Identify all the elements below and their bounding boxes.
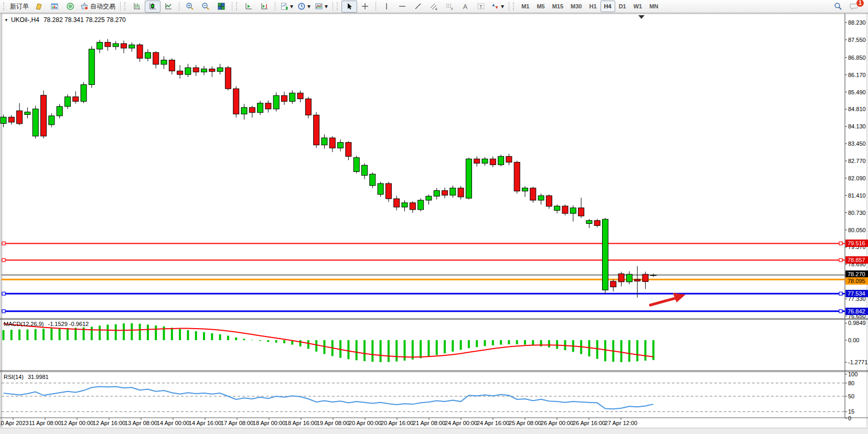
periods-button[interactable]: ▾: [295, 1, 313, 13]
toolbar-grip: [337, 2, 339, 10]
chart-symbol-period: UKOil-,H4: [11, 16, 39, 24]
arrow-annotation-head: [673, 293, 685, 302]
fibonacci-button[interactable]: F: [442, 1, 457, 13]
trendline-button[interactable]: [410, 1, 426, 13]
new-order-button[interactable]: 新订单: [8, 1, 31, 13]
candlestick: [145, 52, 151, 58]
toolbar-grip: [236, 2, 239, 10]
time-axis-label: 24 Apr 16:00: [477, 420, 509, 426]
timeframe-button-w1[interactable]: W1: [630, 1, 646, 12]
timeframe-button-m15[interactable]: M15: [549, 1, 567, 12]
candlestick: [458, 188, 464, 197]
auto-trading-button[interactable]: 自动交易: [78, 1, 117, 13]
candlestick: [201, 69, 207, 72]
line-handle[interactable]: [839, 258, 842, 262]
candlestick: [402, 203, 408, 207]
bar-chart-icon: [133, 2, 141, 10]
price-line-badge: 78.095: [845, 277, 868, 285]
price-axis-tick: 86.170: [848, 72, 866, 78]
candlestick: [225, 68, 231, 89]
candlestick: [185, 68, 191, 74]
line-handle[interactable]: [2, 258, 5, 262]
indicators-button[interactable]: ▾: [278, 1, 295, 13]
line-chart-mode-button[interactable]: [160, 1, 176, 13]
tile-windows-button[interactable]: [213, 1, 229, 13]
timeframe-button-d1[interactable]: D1: [615, 1, 630, 12]
timeframe-button-m5[interactable]: M5: [533, 1, 548, 12]
text-label-button[interactable]: T: [473, 1, 489, 13]
new-order-label: 新订单: [10, 2, 29, 11]
chart-plot[interactable]: [0, 13, 868, 428]
vertical-line-button[interactable]: [379, 1, 394, 13]
bar-chart-mode-button[interactable]: [129, 1, 145, 13]
horizontal-line-button[interactable]: [394, 1, 410, 13]
candlestick: [466, 159, 471, 198]
arrow-annotation[interactable]: [650, 298, 677, 305]
search-button[interactable]: [830, 1, 846, 13]
time-axis-label: 19 Apr 08:00: [317, 420, 349, 426]
zoom-in-icon: [186, 2, 194, 10]
arrows-icon: [491, 2, 499, 10]
macd-signal-line: [4, 324, 653, 357]
candlestick: [241, 107, 247, 114]
candlestick: [25, 112, 30, 115]
rsi-indicator-label: RSI(14): [4, 374, 24, 380]
candlestick: [362, 165, 368, 175]
channel-button[interactable]: E: [426, 1, 442, 13]
time-axis-label: 20 Apr 00:00: [349, 420, 381, 426]
candlestick-mode-button[interactable]: [145, 1, 160, 13]
candlestick: [65, 97, 70, 106]
profile-button[interactable]: [31, 1, 47, 13]
candlestick: [105, 42, 111, 47]
periods-icon: [297, 2, 306, 10]
chart-shift-marker[interactable]: [638, 15, 645, 19]
candlestick: [434, 191, 440, 197]
arrows-button[interactable]: ▾: [489, 1, 506, 13]
time-axis-label: 26 Apr 00:00: [541, 420, 573, 426]
macd-label-row: MACD(12,26,9) -1.1529 -0.9612: [4, 321, 89, 327]
chevron-down-icon: ▾: [325, 3, 328, 10]
timeframe-button-h4[interactable]: H4: [601, 1, 615, 12]
candlestick: [482, 159, 488, 163]
time-axis-label: 25 Apr 08:00: [509, 420, 541, 426]
line-handle[interactable]: [2, 292, 5, 295]
price-axis-tick: 86.850: [848, 55, 866, 61]
candlestick: [618, 274, 624, 281]
timeframe-button-mn[interactable]: MN: [646, 1, 662, 12]
candlestick: [650, 275, 656, 276]
chevron-down-icon: ▾: [307, 3, 310, 10]
toolbar-grip: [3, 2, 6, 10]
publisher-button[interactable]: [62, 1, 78, 13]
line-handle[interactable]: [2, 310, 5, 313]
line-handle[interactable]: [839, 242, 842, 245]
trendline-icon: [414, 2, 422, 10]
crosshair-button[interactable]: [357, 1, 373, 13]
chart-shift-button[interactable]: [256, 1, 272, 13]
time-axis-label: 12 Apr 00:00: [61, 420, 93, 426]
candlestick: [161, 60, 167, 64]
notifications-button[interactable]: 1: [846, 1, 862, 13]
line-handle[interactable]: [839, 310, 842, 313]
line-handle[interactable]: [2, 242, 5, 245]
timeframe-button-m30[interactable]: M30: [567, 1, 585, 12]
candlestick: [578, 208, 584, 216]
chevron-down-icon: ▾: [290, 3, 293, 10]
macd-indicator-values: -1.1529 -0.9612: [48, 321, 89, 327]
main-toolbar: 新订单 自动交易: [0, 0, 868, 13]
separator: [232, 2, 232, 11]
text-label-icon: T: [477, 2, 485, 10]
candlestick-icon: [148, 2, 157, 10]
cursor-button[interactable]: [341, 1, 357, 13]
line-handle[interactable]: [839, 292, 842, 295]
templates-button[interactable]: ▾: [313, 1, 330, 13]
text-button[interactable]: A: [457, 1, 473, 13]
auto-scroll-button[interactable]: [241, 1, 256, 13]
timeframe-button-h1[interactable]: H1: [586, 1, 601, 12]
new-chart-button[interactable]: [47, 1, 62, 13]
timeframe-group: M1M5M15M30H1H4D1W1MN: [518, 1, 662, 12]
candlestick: [113, 44, 119, 47]
zoom-out-button[interactable]: [198, 1, 213, 13]
timeframe-button-m1[interactable]: M1: [518, 1, 533, 12]
candlestick: [153, 52, 159, 64]
zoom-in-button[interactable]: [182, 1, 198, 13]
